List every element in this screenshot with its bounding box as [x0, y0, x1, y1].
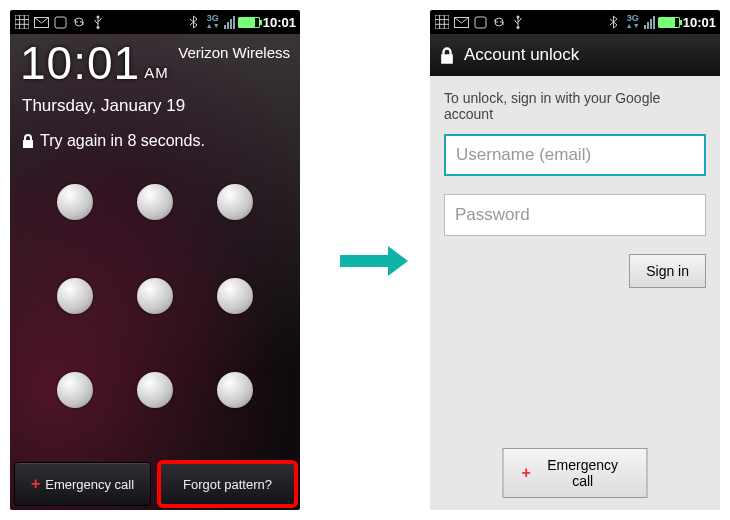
usb-icon	[510, 14, 526, 30]
signal-icon	[644, 16, 655, 29]
svg-rect-0	[15, 15, 29, 29]
mail-icon	[453, 14, 469, 30]
emergency-call-button[interactable]: + Emergency call	[503, 448, 648, 498]
emergency-call-button[interactable]: + Emergency call	[14, 462, 151, 506]
account-unlock-header: Account unlock	[430, 34, 720, 76]
pattern-dot[interactable]	[217, 184, 253, 220]
sync-icon	[491, 14, 507, 30]
sync-icon	[71, 14, 87, 30]
account-unlock-phone: 3G▲▼ 10:01 Account unlock To unlock, sig…	[430, 10, 720, 510]
signal-icon	[224, 16, 235, 29]
grid-icon	[434, 14, 450, 30]
card-icon	[52, 14, 68, 30]
retry-message: Try again in 8 seconds.	[22, 132, 205, 150]
unlock-prompt: To unlock, sign in with your Google acco…	[444, 90, 706, 122]
username-input[interactable]: Username (email)	[444, 134, 706, 176]
network-type-label: 3G▲▼	[205, 14, 221, 30]
pattern-grid[interactable]	[35, 184, 275, 408]
lock-screen-phone: 3G▲▼ 10:01 10:01 AM Verizon Wireless Thu…	[10, 10, 300, 510]
svg-point-19	[517, 26, 520, 29]
account-unlock-title: Account unlock	[464, 45, 579, 65]
pattern-dot[interactable]	[57, 372, 93, 408]
clock-time: 10:01	[20, 40, 140, 86]
status-bar-right: 3G▲▼ 10:01	[430, 10, 720, 34]
status-time: 10:01	[683, 15, 716, 30]
pattern-dot[interactable]	[57, 278, 93, 314]
clock: 10:01 AM	[20, 40, 169, 86]
status-time: 10:01	[263, 15, 296, 30]
carrier-label: Verizon Wireless	[178, 40, 290, 61]
emergency-plus-icon: +	[31, 478, 40, 490]
status-bar-left: 3G▲▼ 10:01	[10, 10, 300, 34]
emergency-plus-icon: +	[522, 467, 531, 479]
arrow-icon	[340, 246, 410, 276]
pattern-dot[interactable]	[137, 184, 173, 220]
pattern-dot[interactable]	[57, 184, 93, 220]
battery-icon	[658, 17, 680, 28]
pattern-dot[interactable]	[217, 372, 253, 408]
pattern-dot[interactable]	[137, 372, 173, 408]
account-unlock-screen: Account unlock To unlock, sign in with y…	[430, 34, 720, 510]
lock-icon	[440, 47, 454, 64]
svg-point-9	[97, 26, 100, 29]
forgot-pattern-button[interactable]: Forgot pattern?	[159, 462, 296, 506]
lock-screen: 10:01 AM Verizon Wireless Thursday, Janu…	[10, 34, 300, 510]
battery-icon	[238, 17, 260, 28]
grid-icon	[14, 14, 30, 30]
svg-point-8	[97, 16, 100, 19]
bluetooth-icon	[186, 14, 202, 30]
password-input[interactable]: Password	[444, 194, 706, 236]
svg-point-18	[517, 16, 520, 19]
svg-rect-6	[55, 17, 66, 28]
lock-icon	[22, 134, 34, 148]
clock-ampm: AM	[144, 65, 169, 86]
sign-in-button[interactable]: Sign in	[629, 254, 706, 288]
pattern-dot[interactable]	[217, 278, 253, 314]
date-label: Thursday, January 19	[22, 96, 185, 116]
pattern-dot[interactable]	[137, 278, 173, 314]
svg-rect-10	[435, 15, 449, 29]
usb-icon	[90, 14, 106, 30]
card-icon	[472, 14, 488, 30]
mail-icon	[33, 14, 49, 30]
network-type-label: 3G▲▼	[625, 14, 641, 30]
bluetooth-icon	[606, 14, 622, 30]
svg-rect-16	[475, 17, 486, 28]
